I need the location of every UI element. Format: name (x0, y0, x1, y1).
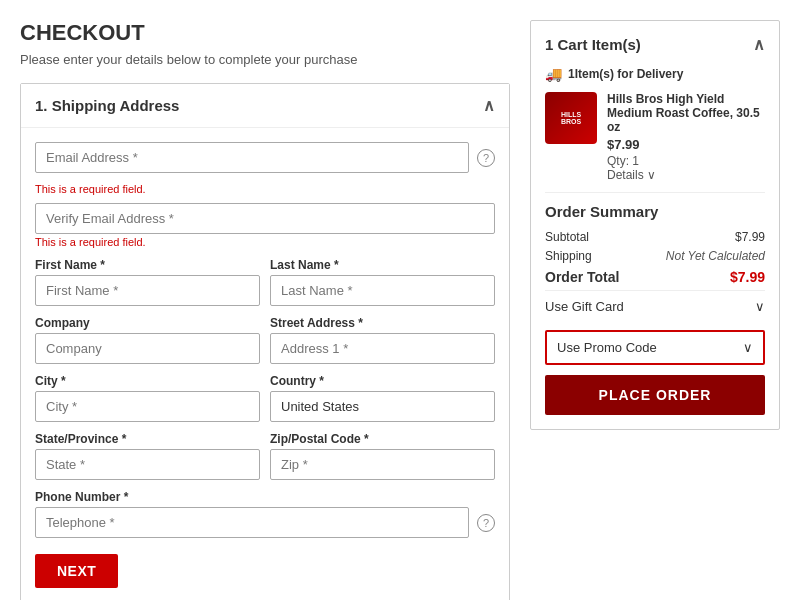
item-name: Hills Bros High Yield Medium Roast Coffe… (607, 92, 765, 134)
summary-divider (545, 192, 765, 193)
phone-input[interactable] (35, 507, 469, 538)
cart-toggle-icon[interactable]: ∧ (753, 35, 765, 54)
order-total-value: $7.99 (730, 269, 765, 285)
country-input[interactable] (270, 391, 495, 422)
city-col: City * (35, 374, 260, 422)
page-subtitle: Please enter your details below to compl… (20, 52, 510, 67)
state-col: State/Province * (35, 432, 260, 480)
promo-label: Use Promo Code (557, 340, 657, 355)
street-col: Street Address * (270, 316, 495, 364)
zip-col: Zip/Postal Code * (270, 432, 495, 480)
company-label: Company (35, 316, 260, 330)
phone-label: Phone Number * (35, 490, 495, 504)
subtotal-row: Subtotal $7.99 (545, 230, 765, 244)
shipping-address-header[interactable]: 1. Shipping Address ∧ (21, 84, 509, 128)
phone-row: ? (35, 507, 495, 538)
country-col: Country * document.addEventListener("DOM… (270, 374, 495, 422)
shipping-address-section: 1. Shipping Address ∧ ? This is a requir… (20, 83, 510, 600)
shipping-value: Not Yet Calculated (666, 249, 765, 263)
company-street-row: Company Street Address * (35, 316, 495, 364)
shipping-label: Shipping (545, 249, 592, 263)
page-title: CHECKOUT (20, 20, 510, 46)
verify-email-error: This is a required field. (35, 236, 495, 248)
zip-input[interactable] (270, 449, 495, 480)
cart-header-label: 1 Cart Item(s) (545, 36, 641, 53)
cart-item: HILLSBROS Hills Bros High Yield Medium R… (545, 92, 765, 182)
promo-chevron-icon: ∨ (743, 340, 753, 355)
details-label: Details (607, 168, 644, 182)
last-name-label: Last Name * (270, 258, 495, 272)
cart-item-info: Hills Bros High Yield Medium Roast Coffe… (607, 92, 765, 182)
gift-card-label: Use Gift Card (545, 299, 624, 314)
city-country-row: City * Country * document.addEventListen… (35, 374, 495, 422)
state-input[interactable] (35, 449, 260, 480)
order-summary-title: Order Summary (545, 203, 765, 220)
company-input[interactable] (35, 333, 260, 364)
email-group: ? (35, 142, 495, 173)
email-input[interactable] (35, 142, 469, 173)
place-order-button[interactable]: PLACE ORDER (545, 375, 765, 415)
company-col: Company (35, 316, 260, 364)
email-error: This is a required field. (35, 183, 495, 195)
cart-header: 1 Cart Item(s) ∧ (545, 35, 765, 54)
zip-label: Zip/Postal Code * (270, 432, 495, 446)
country-label: Country * (270, 374, 495, 388)
details-link[interactable]: Details ∨ (607, 168, 765, 182)
phone-help-icon[interactable]: ? (477, 514, 495, 532)
gift-card-row[interactable]: Use Gift Card ∨ (545, 290, 765, 322)
street-input[interactable] (270, 333, 495, 364)
city-input[interactable] (35, 391, 260, 422)
subtotal-label: Subtotal (545, 230, 589, 244)
first-name-label: First Name * (35, 258, 260, 272)
state-zip-row: State/Province * Zip/Postal Code * (35, 432, 495, 480)
verify-email-group: This is a required field. (35, 203, 495, 248)
details-chevron-icon: ∨ (647, 168, 656, 182)
shipping-address-body: ? This is a required field. This is a re… (21, 128, 509, 600)
gift-card-chevron-icon: ∨ (755, 299, 765, 314)
item-qty: Qty: 1 (607, 154, 765, 168)
product-image: HILLSBROS (545, 92, 597, 144)
delivery-label: 🚚 1Item(s) for Delivery (545, 66, 765, 82)
last-name-input[interactable] (270, 275, 495, 306)
promo-row[interactable]: Use Promo Code ∨ (545, 330, 765, 365)
cart-panel: 1 Cart Item(s) ∧ 🚚 1Item(s) for Delivery… (530, 20, 780, 430)
phone-group: Phone Number * ? (35, 490, 495, 538)
state-label: State/Province * (35, 432, 260, 446)
name-row: First Name * Last Name * (35, 258, 495, 306)
first-name-col: First Name * (35, 258, 260, 306)
street-label: Street Address * (270, 316, 495, 330)
shipping-row: Shipping Not Yet Calculated (545, 249, 765, 263)
item-price: $7.99 (607, 137, 765, 152)
next-button[interactable]: NEXT (35, 554, 118, 588)
verify-email-input[interactable] (35, 203, 495, 234)
first-name-input[interactable] (35, 275, 260, 306)
shipping-address-toggle-icon[interactable]: ∧ (483, 96, 495, 115)
city-label: City * (35, 374, 260, 388)
order-total-row: Order Total $7.99 (545, 269, 765, 285)
truck-icon: 🚚 (545, 66, 562, 82)
email-help-icon[interactable]: ? (477, 149, 495, 167)
subtotal-value: $7.99 (735, 230, 765, 244)
product-brand: HILLSBROS (561, 111, 581, 125)
last-name-col: Last Name * (270, 258, 495, 306)
delivery-text: 1Item(s) for Delivery (568, 67, 683, 81)
order-total-label: Order Total (545, 269, 619, 285)
shipping-address-label: 1. Shipping Address (35, 97, 179, 114)
